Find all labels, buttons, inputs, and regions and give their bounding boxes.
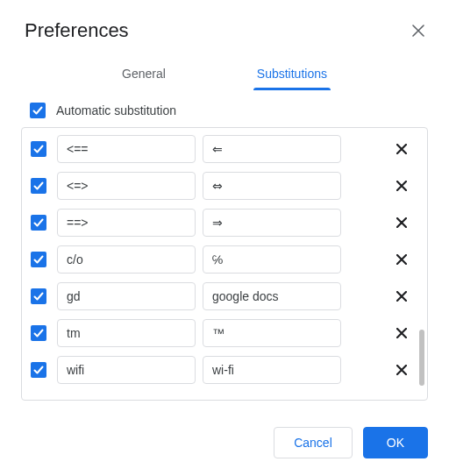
delete-row-icon[interactable]: [388, 357, 415, 383]
table-row: [29, 245, 420, 274]
delete-row-icon[interactable]: [388, 173, 415, 199]
tab-general[interactable]: General: [120, 58, 167, 89]
with-input[interactable]: [203, 356, 341, 384]
replace-input[interactable]: [57, 245, 196, 274]
table-row: [29, 356, 420, 384]
row-checkbox[interactable]: [31, 178, 46, 194]
table-row: [29, 209, 420, 237]
row-checkbox[interactable]: [31, 215, 46, 231]
delete-row-icon[interactable]: [388, 283, 415, 309]
scrollbar-thumb[interactable]: [419, 330, 424, 386]
replace-input[interactable]: [57, 319, 196, 347]
table-row: [29, 172, 420, 200]
table-row: [29, 135, 420, 163]
row-checkbox[interactable]: [31, 362, 46, 378]
cancel-button[interactable]: Cancel: [274, 427, 353, 458]
tab-substitutions[interactable]: Substitutions: [255, 58, 329, 89]
with-input[interactable]: [203, 209, 341, 237]
delete-row-icon[interactable]: [388, 210, 415, 236]
delete-row-icon[interactable]: [388, 246, 415, 273]
with-input[interactable]: [203, 282, 341, 310]
preferences-dialog: Preferences General Substitutions Automa…: [0, 0, 449, 476]
row-checkbox[interactable]: [31, 141, 46, 157]
dialog-header: Preferences: [0, 0, 449, 49]
table-row: [29, 282, 420, 310]
replace-input[interactable]: [57, 282, 196, 310]
dialog-title: Preferences: [25, 19, 129, 42]
table-row: [29, 319, 420, 347]
row-checkbox[interactable]: [31, 252, 46, 267]
replace-input[interactable]: [57, 209, 196, 237]
delete-row-icon[interactable]: [388, 136, 415, 162]
substitutions-table: [21, 127, 428, 401]
with-input[interactable]: [203, 319, 341, 347]
with-input[interactable]: [203, 172, 341, 200]
replace-input[interactable]: [57, 356, 196, 384]
row-checkbox[interactable]: [31, 325, 46, 341]
with-input[interactable]: [203, 135, 341, 163]
close-icon[interactable]: [412, 25, 424, 37]
with-input[interactable]: [203, 245, 341, 274]
tabs: General Substitutions: [0, 58, 449, 90]
ok-button[interactable]: OK: [363, 427, 428, 458]
replace-input[interactable]: [57, 172, 196, 200]
automatic-substitution-checkbox[interactable]: [30, 103, 46, 118]
row-checkbox[interactable]: [31, 288, 46, 304]
automatic-substitution-row: Automatic substitution: [0, 90, 449, 127]
dialog-footer: Cancel OK: [274, 427, 428, 458]
automatic-substitution-label: Automatic substitution: [56, 103, 176, 117]
replace-input[interactable]: [57, 135, 196, 163]
delete-row-icon[interactable]: [388, 320, 415, 346]
